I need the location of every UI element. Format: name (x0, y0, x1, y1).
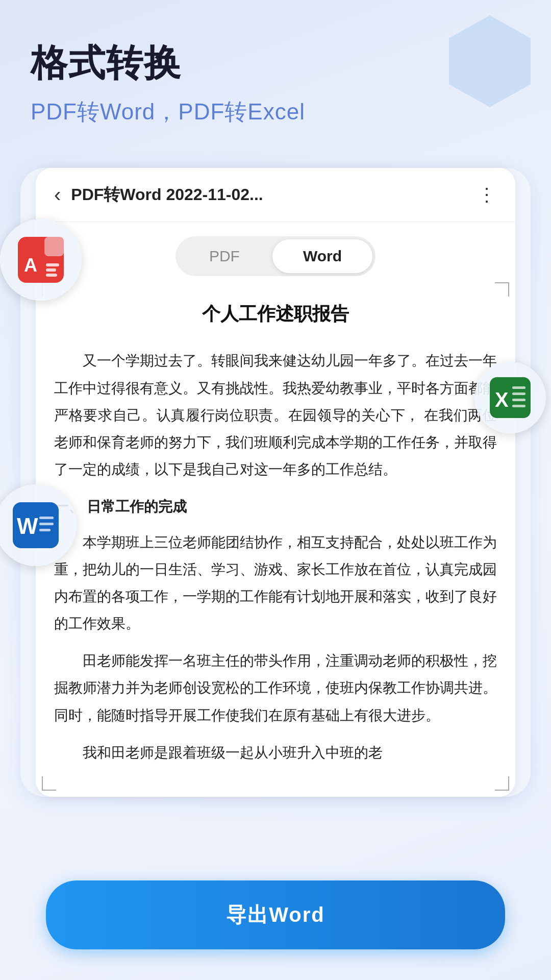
nav-bar: ‹ PDF转Word 2022-11-02... ⋮ (36, 168, 515, 222)
tab-pdf[interactable]: PDF (179, 239, 270, 273)
main-card: A X W ‹ PDF转Word 2022-11-0 (20, 168, 531, 797)
doc-para-3: 田老师能发挥一名班主任的带头作用，注重调动老师的积极性，挖掘教师潜力并为老师创设… (54, 647, 497, 729)
export-button-container: 导出Word (46, 880, 505, 949)
svg-text:A: A (24, 255, 37, 276)
corner-mark-tr (495, 282, 509, 297)
svg-rect-6 (46, 274, 57, 277)
tab-group: PDF Word (176, 236, 375, 276)
nav-title: PDF转Word 2022-11-02... (71, 184, 478, 206)
tab-word[interactable]: Word (272, 239, 372, 273)
doc-para-1: 又一个学期过去了。转眼间我来健达幼儿园一年多了。在过去一年工作中过得很有意义。又… (54, 347, 497, 483)
page-subtitle: PDF转Word，PDF转Excel (31, 97, 520, 127)
corner-mark-bl (42, 776, 56, 791)
svg-rect-12 (512, 405, 525, 407)
floating-pdf-icon: A (0, 219, 82, 301)
svg-text:W: W (17, 513, 38, 538)
header-area: 格式转换 PDF转Word，PDF转Excel (0, 0, 551, 148)
svg-rect-11 (512, 399, 525, 401)
svg-text:X: X (495, 388, 509, 411)
corner-mark-br (495, 776, 509, 791)
doc-para-4: 我和田老师是跟着班级一起从小班升入中班的老 (54, 739, 497, 766)
svg-rect-9 (512, 386, 525, 389)
back-button[interactable]: ‹ (54, 183, 61, 206)
page-title: 格式转换 (31, 41, 520, 85)
floating-excel-icon: X (474, 362, 546, 433)
export-word-button[interactable]: 导出Word (46, 880, 505, 949)
svg-rect-16 (39, 523, 54, 525)
svg-rect-5 (46, 268, 56, 272)
svg-rect-2 (44, 237, 64, 256)
svg-rect-10 (512, 393, 525, 395)
svg-rect-17 (39, 529, 51, 531)
svg-rect-4 (46, 263, 59, 266)
document-content: 个人工作述职报告 又一个学期过去了。转眼间我来健达幼儿园一年多了。在过去一年工作… (36, 276, 515, 797)
document-title: 个人工作述职报告 (54, 302, 497, 327)
svg-rect-15 (39, 517, 54, 519)
document-body: 又一个学期过去了。转眼间我来健达幼儿园一年多了。在过去一年工作中过得很有意义。又… (54, 347, 497, 766)
more-button[interactable]: ⋮ (478, 184, 497, 206)
doc-section-1: 一、 日常工作的完成 (54, 493, 497, 520)
doc-para-2: 本学期班上三位老师能团结协作，相互支持配合，处处以班工作为重，把幼儿的一日生活、… (54, 529, 497, 638)
tab-switcher: PDF Word (36, 222, 515, 276)
inner-document-card: ‹ PDF转Word 2022-11-02... ⋮ PDF Word 个人工作… (36, 168, 515, 797)
